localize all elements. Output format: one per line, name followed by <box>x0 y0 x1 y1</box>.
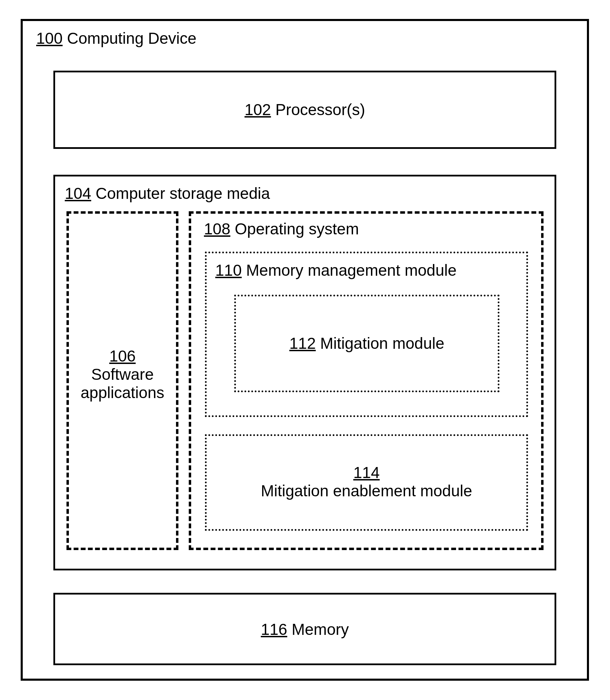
storage-ref: 104 <box>65 184 91 202</box>
memory-label: 116 Memory <box>53 620 556 639</box>
computing-device-label: 100 Computing Device <box>36 29 196 48</box>
software-apps-name2: applications <box>81 384 164 402</box>
computing-device-ref: 100 <box>36 29 63 47</box>
mitigation-name: Mitigation module <box>320 334 445 352</box>
mitigation-label: 112 Mitigation module <box>234 334 499 353</box>
os-label: 108 Operating system <box>204 220 359 238</box>
mitigation-ref: 112 <box>289 334 316 352</box>
computing-device-name: Computing Device <box>67 29 197 47</box>
storage-name: Computer storage media <box>96 184 270 202</box>
memory-ref: 116 <box>261 620 287 638</box>
software-apps-name1: Software <box>91 365 154 383</box>
processor-label: 102 Processor(s) <box>53 101 556 119</box>
memmgr-name: Memory management module <box>246 261 457 279</box>
os-name: Operating system <box>235 220 359 238</box>
mit-enable-ref: 114 <box>353 464 380 481</box>
os-ref: 108 <box>204 220 230 238</box>
memmgr-label: 110 Memory management module <box>215 261 457 280</box>
memory-name: Memory <box>292 620 349 638</box>
diagram-canvas: 100 Computing Device 102 Processor(s) 10… <box>0 0 610 700</box>
mit-enable-label: 114 Mitigation enablement module <box>205 464 528 500</box>
processor-ref: 102 <box>245 101 271 119</box>
storage-label: 104 Computer storage media <box>65 184 270 203</box>
memmgr-ref: 110 <box>215 261 242 279</box>
processor-name: Processor(s) <box>275 101 365 119</box>
software-apps-label: 106 Software applications <box>66 347 178 402</box>
software-apps-ref: 106 <box>109 347 136 365</box>
mit-enable-name: Mitigation enablement module <box>261 482 472 500</box>
